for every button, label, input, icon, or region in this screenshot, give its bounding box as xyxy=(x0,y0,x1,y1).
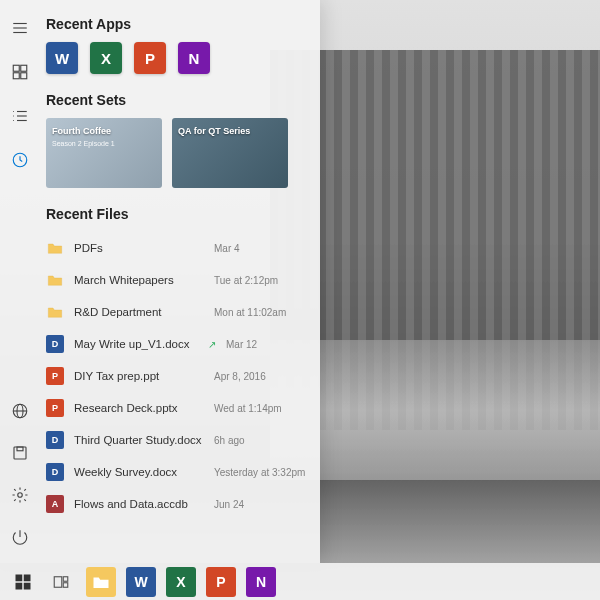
set-card[interactable]: QA for QT Series xyxy=(172,118,288,188)
pptx-icon: P xyxy=(46,399,64,417)
tiles-icon[interactable] xyxy=(10,62,30,82)
set-title: QA for QT Series xyxy=(178,126,250,136)
start-button[interactable] xyxy=(10,569,36,595)
svg-rect-6 xyxy=(21,73,27,79)
file-row[interactable]: DThird Quarter Study.docx6h ago xyxy=(46,424,306,456)
task-view-icon[interactable] xyxy=(48,569,74,595)
file-date: Wed at 1:14pm xyxy=(214,403,282,414)
taskbar: WXPN xyxy=(0,563,600,600)
svg-rect-25 xyxy=(54,576,62,587)
svg-rect-26 xyxy=(63,576,68,581)
taskbar-app-powerpoint[interactable]: P xyxy=(206,567,236,597)
folder-icon xyxy=(46,271,64,289)
folder-icon xyxy=(46,239,64,257)
file-date: Jun 24 xyxy=(214,499,244,510)
recent-sets-title: Recent Sets xyxy=(46,92,306,108)
gear-icon[interactable] xyxy=(10,485,30,505)
taskbar-app-explorer[interactable] xyxy=(86,567,116,597)
docx-icon: D xyxy=(46,335,64,353)
app-tile-excel[interactable]: X xyxy=(90,42,122,74)
taskbar-app-excel[interactable]: X xyxy=(166,567,196,597)
svg-rect-24 xyxy=(24,582,31,589)
svg-rect-22 xyxy=(24,574,31,581)
svg-point-19 xyxy=(18,493,23,498)
ppt-icon: P xyxy=(46,367,64,385)
taskbar-app-word[interactable]: W xyxy=(126,567,156,597)
docx-icon: D xyxy=(46,431,64,449)
file-name: May Write up_V1.docx xyxy=(74,338,204,350)
file-row[interactable]: PDIY Tax prep.pptApr 8, 2016 xyxy=(46,360,306,392)
svg-rect-27 xyxy=(63,582,68,587)
file-date: 6h ago xyxy=(214,435,245,446)
recent-sets-row: Fourth CoffeeSeason 2 Episode 1QA for QT… xyxy=(46,118,306,188)
docx-icon: D xyxy=(46,463,64,481)
file-name: Third Quarter Study.docx xyxy=(74,434,204,446)
file-row[interactable]: March WhitepapersTue at 2:12pm xyxy=(46,264,306,296)
recent-apps-title: Recent Apps xyxy=(46,16,306,32)
set-title: Fourth Coffee xyxy=(52,126,111,136)
file-name: PDFs xyxy=(74,242,204,254)
accdb-icon: A xyxy=(46,495,64,513)
file-date: Mon at 11:02am xyxy=(214,307,286,318)
file-name: Research Deck.pptx xyxy=(74,402,204,414)
file-row[interactable]: AFlows and Data.accdbJun 24 xyxy=(46,488,306,520)
start-content: Recent Apps WXPN Recent Sets Fourth Coff… xyxy=(40,0,320,563)
svg-rect-3 xyxy=(13,65,19,71)
recent-files-list: PDFsMar 4March WhitepapersTue at 2:12pmR… xyxy=(46,232,306,520)
file-name: Weekly Survey.docx xyxy=(74,466,204,478)
trend-icon: ↗ xyxy=(208,339,216,350)
app-tile-word[interactable]: W xyxy=(46,42,78,74)
globe-icon[interactable] xyxy=(10,401,30,421)
file-date: Apr 8, 2016 xyxy=(214,371,266,382)
folder-icon xyxy=(46,303,64,321)
set-card[interactable]: Fourth CoffeeSeason 2 Episode 1 xyxy=(46,118,162,188)
power-icon[interactable] xyxy=(10,527,30,547)
svg-rect-17 xyxy=(14,447,26,459)
file-row[interactable]: PDFsMar 4 xyxy=(46,232,306,264)
svg-rect-5 xyxy=(13,73,19,79)
app-tile-onenote[interactable]: N xyxy=(178,42,210,74)
file-row[interactable]: R&D DepartmentMon at 11:02am xyxy=(46,296,306,328)
set-subtitle: Season 2 Episode 1 xyxy=(52,140,115,147)
file-row[interactable]: PResearch Deck.pptxWed at 1:14pm xyxy=(46,392,306,424)
file-name: Flows and Data.accdb xyxy=(74,498,204,510)
recent-apps-row: WXPN xyxy=(46,42,306,74)
file-date: Mar 4 xyxy=(214,243,240,254)
file-name: R&D Department xyxy=(74,306,204,318)
file-name: DIY Tax prep.ppt xyxy=(74,370,204,382)
taskbar-app-onenote[interactable]: N xyxy=(246,567,276,597)
svg-rect-18 xyxy=(17,447,23,451)
file-date: Yesterday at 3:32pm xyxy=(214,467,305,478)
list-icon[interactable] xyxy=(10,106,30,126)
svg-rect-21 xyxy=(16,574,23,581)
nav-rail xyxy=(0,0,40,563)
file-date: Mar 12 xyxy=(226,339,257,350)
svg-rect-4 xyxy=(21,65,27,71)
save-icon[interactable] xyxy=(10,443,30,463)
file-name: March Whitepapers xyxy=(74,274,204,286)
file-date: Tue at 2:12pm xyxy=(214,275,278,286)
clock-icon[interactable] xyxy=(10,150,30,170)
svg-rect-23 xyxy=(16,582,23,589)
file-row[interactable]: DWeekly Survey.docxYesterday at 3:32pm xyxy=(46,456,306,488)
app-tile-powerpoint[interactable]: P xyxy=(134,42,166,74)
hamburger-icon[interactable] xyxy=(10,18,30,38)
file-row[interactable]: DMay Write up_V1.docx↗Mar 12 xyxy=(46,328,306,360)
start-menu: Recent Apps WXPN Recent Sets Fourth Coff… xyxy=(0,0,320,563)
recent-files-title: Recent Files xyxy=(46,206,306,222)
